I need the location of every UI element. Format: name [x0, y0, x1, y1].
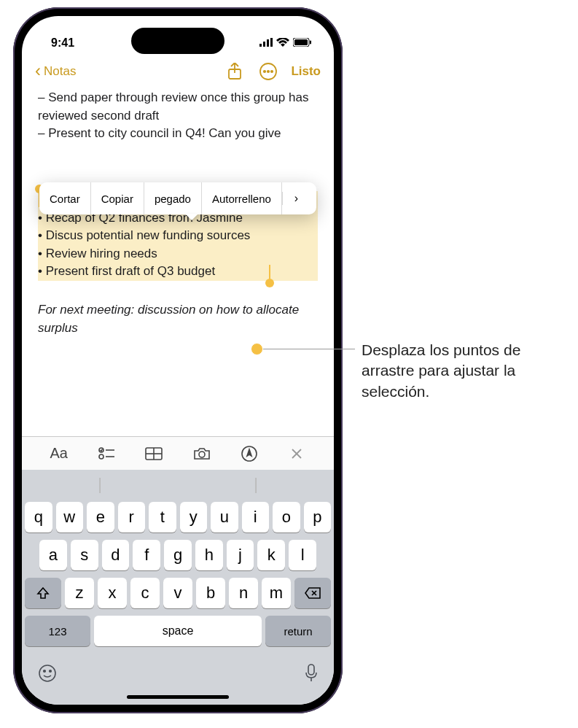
- share-button[interactable]: [224, 61, 246, 82]
- key-i[interactable]: i: [242, 502, 270, 533]
- checklist-button[interactable]: [95, 443, 117, 465]
- back-label: Notas: [44, 64, 76, 79]
- key-k[interactable]: k: [257, 540, 285, 570]
- keyboard-row-1: q w e r t y u i o p: [25, 502, 331, 533]
- status-time: 9:41: [51, 36, 74, 50]
- key-123[interactable]: 123: [25, 616, 90, 646]
- key-r[interactable]: r: [118, 502, 146, 533]
- suggestion-bar: | |: [22, 470, 334, 499]
- key-c[interactable]: c: [130, 578, 160, 608]
- emoji-button[interactable]: [38, 664, 57, 687]
- svg-point-11: [271, 71, 273, 72]
- svg-rect-5: [294, 39, 308, 45]
- markup-button[interactable]: [238, 443, 260, 465]
- close-toolbar-button[interactable]: [286, 443, 308, 465]
- suggestion-divider: |: [98, 475, 102, 494]
- key-l[interactable]: l: [289, 540, 316, 570]
- done-button[interactable]: Listo: [291, 64, 321, 79]
- key-o[interactable]: o: [273, 502, 300, 533]
- svg-rect-6: [310, 41, 311, 44]
- dictation-button[interactable]: [305, 664, 318, 687]
- selection-bullet: Present first draft of Q3 budget: [38, 264, 215, 278]
- svg-point-25: [39, 665, 55, 681]
- signal-icon: [259, 36, 273, 50]
- context-copy[interactable]: Copiar: [91, 182, 144, 214]
- key-n[interactable]: n: [229, 578, 258, 608]
- context-paste[interactable]: pegado: [144, 182, 202, 214]
- keyboard-row-4: 123 space return: [25, 616, 331, 646]
- context-more[interactable]: ›: [282, 192, 310, 205]
- keyboard: | | q w e r t y u i o p a s: [22, 470, 334, 705]
- key-t[interactable]: t: [149, 502, 176, 533]
- key-j[interactable]: j: [227, 540, 254, 570]
- selection-bullet: Review hiring needs: [38, 245, 318, 263]
- key-s[interactable]: s: [71, 540, 98, 570]
- context-menu-pointer: [185, 214, 198, 220]
- svg-point-9: [264, 71, 265, 72]
- key-y[interactable]: y: [180, 502, 208, 533]
- key-g[interactable]: g: [164, 540, 192, 570]
- camera-button[interactable]: [191, 443, 213, 465]
- svg-rect-28: [308, 665, 314, 675]
- key-h[interactable]: h: [195, 540, 223, 570]
- key-f[interactable]: f: [133, 540, 160, 570]
- svg-point-26: [44, 670, 46, 673]
- back-button[interactable]: ‹ Notas: [35, 63, 76, 80]
- keyboard-row-3: z x c v b n m: [25, 578, 331, 608]
- selection-bullet: Discus potential new funding sources: [38, 227, 318, 245]
- callout-text: Desplaza los puntos de arrastre para aju…: [362, 340, 566, 402]
- key-a[interactable]: a: [39, 540, 67, 570]
- key-z[interactable]: z: [65, 578, 94, 608]
- key-e[interactable]: e: [87, 502, 114, 533]
- table-button[interactable]: [143, 443, 165, 465]
- wifi-icon: [276, 36, 289, 50]
- key-x[interactable]: x: [98, 578, 127, 608]
- svg-rect-1: [263, 42, 265, 47]
- svg-point-14: [99, 454, 104, 459]
- svg-rect-3: [270, 38, 273, 47]
- callout-leader-line: [263, 349, 355, 349]
- context-cut[interactable]: Cortar: [39, 182, 91, 214]
- key-b[interactable]: b: [196, 578, 225, 608]
- svg-rect-2: [267, 39, 269, 47]
- chevron-right-icon: ›: [294, 192, 298, 205]
- key-q[interactable]: q: [25, 502, 52, 533]
- svg-rect-0: [259, 44, 262, 47]
- note-line: – Present to city council in Q4! Can you…: [38, 125, 318, 143]
- key-d[interactable]: d: [102, 540, 130, 570]
- callout-marker: [251, 343, 263, 355]
- note-italic-line: For next meeting: discussion on how to a…: [38, 301, 318, 337]
- svg-point-27: [50, 670, 52, 673]
- keyboard-row-2: a s d f g h j k l: [25, 540, 331, 570]
- key-v[interactable]: v: [163, 578, 192, 608]
- key-space[interactable]: space: [94, 616, 262, 646]
- key-return[interactable]: return: [265, 616, 331, 646]
- key-shift[interactable]: [25, 578, 61, 608]
- key-m[interactable]: m: [262, 578, 291, 608]
- nav-bar: ‹ Notas Listo: [22, 57, 334, 89]
- key-backspace[interactable]: [294, 578, 331, 608]
- selection-handle-end[interactable]: [265, 279, 274, 287]
- format-toolbar: Aa: [22, 436, 334, 470]
- suggestion-divider: |: [254, 475, 258, 494]
- dynamic-island: [131, 28, 224, 54]
- context-autofill[interactable]: Autorrelleno: [202, 182, 282, 214]
- more-button[interactable]: [257, 61, 279, 82]
- svg-point-19: [199, 452, 205, 457]
- battery-icon: [293, 36, 312, 50]
- svg-point-10: [267, 71, 269, 72]
- text-format-button[interactable]: Aa: [48, 443, 70, 465]
- key-w[interactable]: w: [56, 502, 84, 533]
- note-line: – Send paper through review once this gr…: [38, 89, 318, 125]
- chevron-left-icon: ‹: [35, 62, 41, 80]
- edit-context-menu: Cortar Copiar pegado Autorrelleno ›: [39, 182, 316, 214]
- key-u[interactable]: u: [211, 502, 238, 533]
- home-indicator[interactable]: [127, 695, 229, 699]
- key-p[interactable]: p: [304, 502, 332, 533]
